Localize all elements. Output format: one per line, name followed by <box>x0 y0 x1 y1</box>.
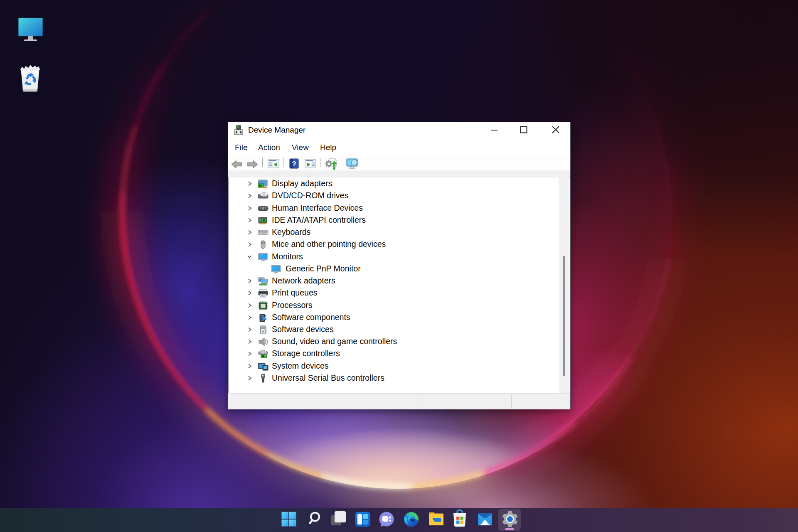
svg-text:?: ? <box>292 160 296 168</box>
